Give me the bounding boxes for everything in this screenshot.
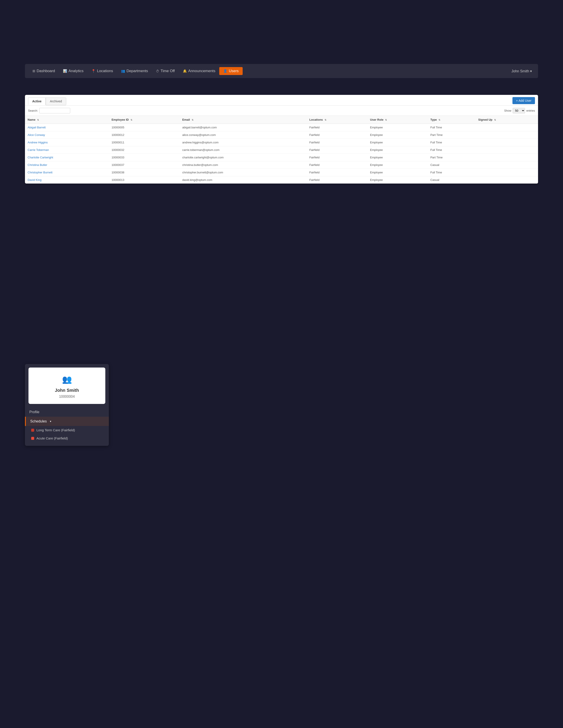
nav-item-time-off[interactable]: ⏱ Time Off [152, 67, 179, 75]
table-row: Carrie Toberman 10000032 carrie.toberman… [25, 146, 538, 154]
user-menu[interactable]: John Smith ▾ [509, 67, 535, 75]
tab-active[interactable]: Active [28, 98, 46, 105]
cell-locations: Fairfield [307, 161, 368, 169]
cell-locations: Fairfield [307, 176, 368, 184]
nav-item-dashboard[interactable]: ⊞ Dashboard [28, 67, 59, 75]
cell-employee-id: 10000012 [109, 131, 179, 139]
cell-locations: Fairfield [307, 139, 368, 146]
nav-item-locations[interactable]: 📍 Locations [87, 67, 117, 75]
sort-type-icon: ⇅ [439, 119, 440, 121]
nav-label-time-off: Time Off [160, 69, 175, 73]
user-name-link[interactable]: Christina Butler [28, 163, 47, 167]
cell-signed-up [476, 161, 538, 169]
controls-row: Search: Show 50 25 100 entries [25, 106, 538, 116]
nav-label-locations: Locations [97, 69, 113, 73]
cell-email: david.king@optum.com [180, 176, 307, 184]
sort-empid-icon: ⇅ [130, 119, 132, 121]
user-menu-label: John Smith ▾ [512, 69, 532, 73]
schedules-label: Schedules [30, 419, 47, 423]
tabs-row: Active Archived + Add User [25, 95, 538, 106]
add-user-button[interactable]: + Add User [512, 97, 535, 104]
show-group: Show 50 25 100 entries [504, 108, 535, 113]
avatar: 👥 [60, 373, 73, 386]
cell-user-role: Employee [368, 124, 428, 131]
nav-item-announcements[interactable]: 🔔 Announcements [179, 67, 219, 75]
search-label: Search: [28, 109, 38, 112]
cell-employee-id: 10000037 [109, 161, 179, 169]
profile-menu-item-schedules[interactable]: Schedules ▾ [25, 417, 109, 426]
table-row: Christopher Burnett 10000038 christopher… [25, 169, 538, 176]
cell-type: Part Time [428, 131, 476, 139]
user-name-link[interactable]: Charlotte Cartwright [28, 156, 53, 159]
nav-item-departments[interactable]: 👥 Departments [117, 67, 152, 75]
cell-locations: Fairfield [307, 154, 368, 161]
tab-archived[interactable]: Archived [46, 98, 66, 105]
sort-locations-icon: ⇅ [325, 119, 326, 121]
user-name-link[interactable]: Andrew Higgins [28, 141, 48, 144]
user-name-link[interactable]: Carrie Toberman [28, 148, 49, 152]
table-row: Alice Conway 10000012 alice.conway@optum… [25, 131, 538, 139]
cell-email: christina.butler@optum.com [180, 161, 307, 169]
cell-locations: Fairfield [307, 124, 368, 131]
cell-signed-up [476, 154, 538, 161]
sort-email-icon: ⇅ [192, 119, 193, 121]
entries-label: entries [526, 109, 535, 112]
cell-email: christopher.burnett@optum.com [180, 169, 307, 176]
locations-nav-icon: 📍 [91, 69, 96, 73]
nav-label-users: Users [229, 69, 238, 73]
col-type[interactable]: Type ⇅ [428, 116, 476, 124]
cell-employee-id: 10000032 [109, 146, 179, 154]
profile-menu-item-profile[interactable]: Profile [25, 407, 109, 417]
user-name-link[interactable]: Abigail Barrett [28, 126, 46, 129]
nav-label-dashboard: Dashboard [37, 69, 55, 73]
sort-name-icon: ⇅ [37, 119, 39, 121]
table-row: David King 10000013 david.king@optum.com… [25, 176, 538, 184]
search-group: Search: [28, 108, 70, 113]
show-select[interactable]: 50 25 100 [513, 108, 525, 113]
cell-signed-up [476, 146, 538, 154]
sort-role-icon: ⇅ [385, 119, 387, 121]
cell-signed-up [476, 139, 538, 146]
cell-signed-up [476, 169, 538, 176]
col-employee-id[interactable]: Employee ID ⇅ [109, 116, 179, 124]
cell-locations: Fairfield [307, 146, 368, 154]
cell-type: Casual [428, 161, 476, 169]
cell-email: alice.conway@optum.com [180, 131, 307, 139]
bell-icon: 🔔 [183, 69, 187, 73]
cell-type: Full Time [428, 124, 476, 131]
cell-employee-id: 10000038 [109, 169, 179, 176]
ac-color-dot [31, 437, 34, 440]
cell-type: Full Time [428, 139, 476, 146]
cell-email: carrie.toberman@optum.com [180, 146, 307, 154]
profile-panel: 👥 John Smith 10000004 Profile Schedules … [25, 364, 109, 446]
col-name[interactable]: Name ⇅ [25, 116, 109, 124]
col-signed-up[interactable]: Signed Up ⇅ [476, 116, 538, 124]
search-input[interactable] [39, 108, 70, 113]
cell-email: abigail.barrett@optum.com [180, 124, 307, 131]
dashboard-icon: ⊞ [32, 69, 35, 73]
table-row: Charlotte Cartwright 10000033 charlotte.… [25, 154, 538, 161]
nav-label-announcements: Announcements [188, 69, 215, 73]
schedule-ltc[interactable]: Long Term Care (Fairfield) [25, 426, 109, 434]
cell-user-role: Employee [368, 146, 428, 154]
ltc-color-dot [31, 429, 34, 432]
schedule-ac[interactable]: Acute Care (Fairfield) [25, 434, 109, 442]
cell-signed-up [476, 124, 538, 131]
profile-card: 👥 John Smith 10000004 [28, 368, 105, 404]
user-name-link[interactable]: Alice Conway [28, 133, 45, 137]
avatar-icon: 👥 [62, 375, 72, 384]
departments-icon: 👥 [121, 69, 125, 73]
cell-type: Full Time [428, 169, 476, 176]
nav-item-users[interactable]: 👤 Users [219, 67, 242, 75]
user-name-link[interactable]: Christopher Burnett [28, 171, 53, 174]
nav-item-analytics[interactable]: 📊 Analytics [59, 67, 87, 75]
col-user-role[interactable]: User Role ⇅ [368, 116, 428, 124]
analytics-icon: 📊 [63, 69, 67, 73]
user-name-link[interactable]: David King [28, 178, 41, 182]
cell-email: andrew.higgins@optum.com [180, 139, 307, 146]
col-email[interactable]: Email ⇅ [180, 116, 307, 124]
schedules-chevron-icon: ▾ [50, 420, 51, 423]
col-locations[interactable]: Locations ⇅ [307, 116, 368, 124]
tabs-left: Active Archived [28, 98, 66, 105]
show-label: Show [504, 109, 511, 112]
